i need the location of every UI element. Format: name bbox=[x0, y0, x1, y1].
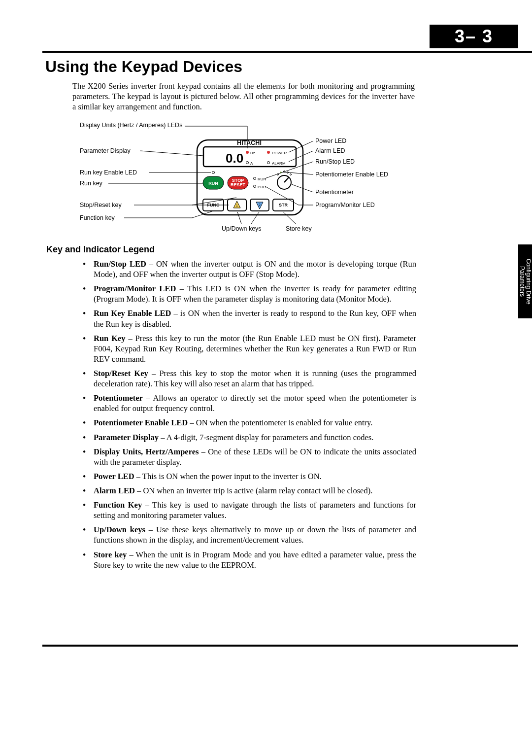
legend-heading: Key and Indicator Legend bbox=[46, 244, 155, 255]
list-item: Alarm LED – ON when an inverter trip is … bbox=[94, 485, 416, 496]
program-monitor-led-label: Program/Monitor LED bbox=[315, 202, 375, 208]
a-led-icon bbox=[246, 162, 249, 164]
bottom-rule bbox=[42, 645, 518, 647]
page-root: 3– 3 Using the Keypad Devices The X200 S… bbox=[0, 0, 532, 756]
list-item: Store key – When the unit is in Program … bbox=[94, 550, 416, 570]
legend-list: Run/Stop LED – ON when the inverter outp… bbox=[94, 259, 416, 574]
alarm-led-icon bbox=[267, 162, 270, 164]
potentiometer-label: Potentiometer bbox=[315, 189, 354, 196]
list-item: Parameter Display – A 4-digit, 7-segment… bbox=[94, 432, 416, 443]
parameter-display-label: Parameter Display bbox=[80, 147, 131, 154]
down-button-label: 2 bbox=[259, 203, 261, 206]
power-led-icon bbox=[267, 151, 270, 154]
prg-led-icon bbox=[254, 185, 256, 188]
alarm-led-label-ext: Alarm LED bbox=[315, 147, 345, 154]
page-number: 3– 3 bbox=[430, 25, 518, 48]
brand-label: HITACHI bbox=[237, 139, 262, 146]
power-led-label-ext: Power LED bbox=[315, 137, 346, 144]
svg-line-16 bbox=[251, 212, 259, 224]
run-stop-led-label: RUN bbox=[258, 177, 266, 181]
run-enable-led-icon bbox=[212, 172, 215, 174]
display-value: 0.0 bbox=[226, 151, 243, 166]
power-led-label: POWER bbox=[272, 151, 287, 155]
list-item: Run/Stop LED – ON when the inverter outp… bbox=[94, 259, 416, 279]
section-tab: Configuring Drive Parameters bbox=[518, 244, 532, 318]
run-key-label: Run key bbox=[80, 180, 103, 187]
svg-line-11 bbox=[140, 151, 203, 156]
run-enable-led-label: Run key Enable LED bbox=[80, 169, 137, 176]
run-stop-led-label-ext: Run/Stop LED bbox=[315, 158, 355, 165]
up-button-label: 1 bbox=[236, 204, 238, 207]
list-item: Up/Down keys – Use these keys alternativ… bbox=[94, 524, 416, 545]
prg-led-label: PRG bbox=[258, 185, 266, 189]
svg-point-6 bbox=[290, 174, 292, 175]
list-item: Run Key – Press this key to run the moto… bbox=[94, 333, 416, 364]
list-item: Function Key – This key is used to navig… bbox=[94, 500, 416, 520]
list-item: Run Key Enable LED – is ON when the inve… bbox=[94, 308, 416, 329]
str-button-label: STR bbox=[279, 203, 288, 207]
keypad-diagram: HITACHI 0.0 Hz A POWER ALARM RUN STOP RE… bbox=[74, 121, 419, 238]
intro-paragraph: The X200 Series inverter front keypad co… bbox=[72, 81, 415, 112]
list-item: Power LED – This is ON when the power in… bbox=[94, 471, 416, 481]
list-item: Stop/Reset Key – Press this key to stop … bbox=[94, 368, 416, 389]
list-item: Program/Monitor LED – This LED is ON whe… bbox=[94, 283, 416, 304]
svg-line-17 bbox=[283, 212, 296, 224]
list-item: Display Units, Hertz/Amperes – One of th… bbox=[94, 447, 416, 467]
display-units-label: Display Units (Hertz / Amperes) LEDs bbox=[80, 122, 182, 129]
list-item: Potentiometer Enable LED – ON when the p… bbox=[94, 417, 416, 428]
alarm-led-label: ALARM bbox=[272, 161, 286, 166]
a-label: A bbox=[250, 161, 253, 166]
list-item: Potentiometer – Allows an operator to di… bbox=[94, 393, 416, 413]
run-button-label: RUN bbox=[208, 181, 218, 186]
run-stop-led-icon bbox=[254, 177, 256, 180]
stop-button-label-bottom: RESET bbox=[231, 182, 246, 187]
svg-line-8 bbox=[284, 177, 289, 182]
pot-enable-led-label: Potentiometer Enable LED bbox=[315, 171, 388, 178]
top-rule bbox=[42, 51, 532, 53]
up-down-keys-label: Up/Down keys bbox=[222, 225, 262, 232]
function-key-label: Function key bbox=[80, 214, 115, 221]
page-title: Using the Keypad Devices bbox=[45, 58, 242, 76]
stop-reset-key-label: Stop/Reset key bbox=[80, 202, 122, 208]
hz-label: Hz bbox=[250, 151, 255, 155]
svg-line-15 bbox=[237, 212, 241, 224]
svg-line-19 bbox=[289, 151, 313, 162]
store-key-label: Store key bbox=[286, 225, 312, 232]
hz-led-icon bbox=[246, 151, 249, 154]
